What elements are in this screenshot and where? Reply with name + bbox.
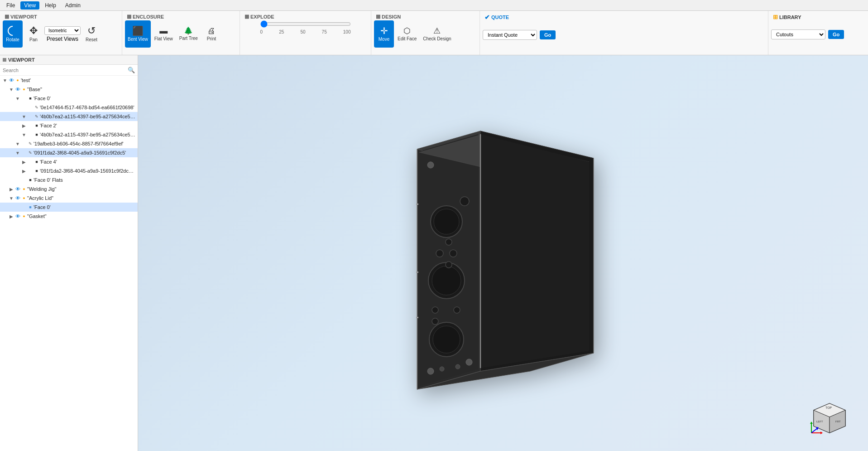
svg-point-18: [436, 250, 443, 257]
main-area: VIEWPORT 🔍 ▼👁●'test'▼👁●"Base"▼■'Face 0'✎…: [0, 55, 868, 451]
tree-item[interactable]: ▼✎'4b0b7ea2-a115-4397-be95-a275634ce52b': [0, 112, 138, 121]
part-tree-label: Part Tree: [179, 36, 198, 41]
sidebar-header-label: VIEWPORT: [8, 57, 35, 63]
print-label: Print: [207, 36, 216, 42]
edit-face-button[interactable]: ⬡ Edit Face: [395, 20, 419, 48]
tree-item-label: 'Face 0': [34, 204, 136, 210]
part-type-icon: ■: [34, 169, 40, 173]
pan-label: Pan: [29, 37, 38, 43]
eye-visibility-icon[interactable]: 👁: [8, 78, 14, 83]
explode-label-0: 0: [260, 29, 263, 34]
part-type-icon: ✎: [34, 114, 40, 119]
tree-item[interactable]: ▼✎'19afbeb3-b606-454c-8857-f5f7664ef9ef': [0, 139, 138, 148]
quote-toolbar-section: ✔ QUOTE Instant Quote Standard Quote Cus…: [480, 11, 768, 55]
rotate-button[interactable]: Rotate: [3, 20, 23, 48]
menu-view[interactable]: View: [20, 1, 39, 10]
tree-item[interactable]: ▼■'Face 0': [0, 94, 138, 103]
edit-face-icon: ⬡: [403, 27, 411, 35]
toolbar-area: ▦ VIEWPORT Rotate ✥ Pan Isometric Front …: [0, 11, 868, 55]
viewport-3d: TOP LEFT FRT: [138, 55, 868, 451]
tree-item[interactable]: ▼👁●"Acrylic Lid": [0, 194, 138, 203]
tree-item[interactable]: ▶■'091f1da2-3f68-4045-a9a9-15691c9f2dc5'…: [0, 166, 138, 175]
tree-item[interactable]: ▼👁●"Base": [0, 85, 138, 94]
tree-toggle[interactable]: ▶: [8, 214, 14, 219]
tree-toggle[interactable]: ▼: [14, 96, 21, 101]
svg-point-21: [446, 262, 452, 268]
explode-toolbar-section: ▦ EXPLODE 0 25 50 75 100: [240, 11, 371, 55]
library-grid-icon: ⊞: [773, 14, 778, 20]
search-icon[interactable]: 🔍: [128, 67, 135, 73]
eye-visibility-icon[interactable]: 👁: [14, 87, 21, 92]
tree-item[interactable]: ■'Face 0' Flats: [0, 175, 138, 184]
design-section-title: DESIGN: [382, 14, 401, 19]
reset-label: Reset: [86, 37, 97, 43]
tree-item[interactable]: ▼👁●'test': [0, 76, 138, 85]
flat-view-button[interactable]: ▬ Flat View: [152, 20, 176, 48]
tree-item-label: 'Face 0' Flats: [34, 177, 136, 183]
eye-visibility-icon[interactable]: 👁: [14, 195, 21, 201]
svg-rect-28: [416, 272, 418, 273]
sidebar: VIEWPORT 🔍 ▼👁●'test'▼👁●"Base"▼■'Face 0'✎…: [0, 55, 138, 451]
eye-visibility-icon[interactable]: 👁: [14, 213, 21, 219]
explode-slider[interactable]: [260, 20, 351, 28]
svg-point-16: [433, 326, 460, 353]
quote-check-icon: ✔: [484, 14, 490, 21]
library-section-title: LIBRARY: [779, 15, 801, 20]
preset-views-select[interactable]: Isometric Front Top Right: [44, 26, 81, 35]
tree-item[interactable]: ▶■'Face 4': [0, 157, 138, 166]
check-design-button[interactable]: ⚠ Check Design: [420, 20, 454, 48]
library-go-button[interactable]: Go: [828, 30, 844, 39]
tree-toggle[interactable]: ▶: [8, 187, 14, 192]
flat-view-icon: ▬: [159, 27, 168, 35]
tree-toggle[interactable]: ▶: [21, 123, 27, 128]
svg-point-22: [432, 307, 438, 313]
svg-marker-43: [810, 422, 813, 424]
part-type-icon: ●: [21, 87, 27, 92]
tree-toggle[interactable]: ▶: [21, 160, 27, 165]
menu-file[interactable]: File: [3, 1, 19, 10]
svg-point-20: [446, 239, 452, 245]
tree-item[interactable]: ▶■'Face 2': [0, 121, 138, 130]
menu-help[interactable]: Help: [41, 1, 60, 10]
menu-admin[interactable]: Admin: [62, 1, 84, 10]
pan-button[interactable]: ✥ Pan: [24, 20, 43, 48]
tree-toggle[interactable]: ▼: [2, 78, 8, 83]
tree-item-label: "Acrylic Lid": [27, 195, 136, 201]
sidebar-header: VIEWPORT: [0, 55, 138, 65]
explode-section-icon: ▦: [245, 14, 249, 19]
tree-toggle[interactable]: ▶: [21, 169, 27, 174]
svg-rect-27: [416, 204, 418, 205]
tree-toggle[interactable]: ▼: [21, 132, 27, 137]
part-tree-button[interactable]: 🌲 Part Tree: [177, 20, 201, 48]
svg-point-9: [427, 368, 434, 374]
svg-rect-29: [416, 317, 418, 318]
reset-button[interactable]: ↺ Reset: [82, 20, 101, 48]
svg-point-14: [432, 266, 461, 295]
quote-go-button[interactable]: Go: [540, 30, 556, 39]
print-button[interactable]: 🖨 Print: [201, 20, 221, 48]
move-icon: ✛: [380, 26, 388, 35]
tree-item[interactable]: ▶👁●"Gasket": [0, 212, 138, 221]
tree-item[interactable]: ▼■'4b0b7ea2-a115-4397-be95-a275634ce52b'…: [0, 130, 138, 139]
tree-toggle[interactable]: ▼: [21, 114, 27, 119]
bent-view-button[interactable]: ⬛ Bent View: [125, 20, 151, 48]
tree-item[interactable]: ■'Face 0': [0, 203, 138, 212]
library-dropdown[interactable]: Cutouts Hardware Components: [771, 29, 825, 39]
tree-item[interactable]: ▼✎'091f1da2-3f68-4045-a9a9-15691c9f2dc5': [0, 148, 138, 157]
svg-marker-41: [820, 432, 823, 434]
tree-item[interactable]: ✎'0e147464-f517-4678-bd54-ea6661f20698': [0, 103, 138, 112]
move-button[interactable]: ✛ Move: [374, 20, 394, 48]
tree-toggle[interactable]: ▼: [8, 87, 14, 92]
tree-item[interactable]: ▶👁●"Welding Jig": [0, 184, 138, 194]
explode-label-25: 25: [279, 29, 284, 34]
tree-toggle[interactable]: ▼: [14, 150, 21, 155]
tree-toggle[interactable]: ▼: [8, 196, 14, 201]
tree-item-label: "Gasket": [27, 213, 136, 219]
eye-visibility-icon[interactable]: 👁: [14, 186, 21, 192]
design-toolbar-section: ▦ DESIGN ✛ Move ⬡ Edit Face ⚠ Check Desi…: [371, 11, 480, 55]
tree-toggle[interactable]: ▼: [14, 141, 21, 146]
svg-point-10: [466, 359, 472, 365]
quote-dropdown[interactable]: Instant Quote Standard Quote Custom Quot…: [483, 30, 537, 40]
search-input[interactable]: [3, 68, 126, 73]
explode-label-50: 50: [300, 29, 305, 34]
